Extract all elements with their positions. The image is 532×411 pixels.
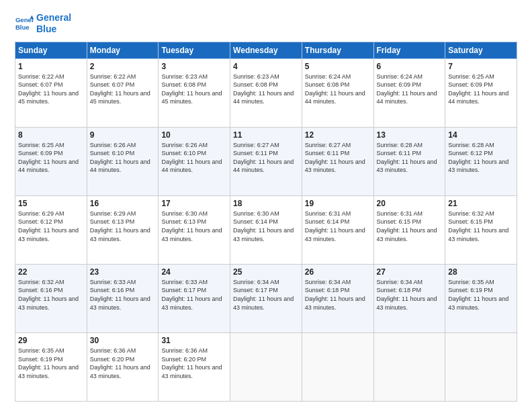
day-info: Sunrise: 6:31 AMSunset: 6:14 PMDaylight:… [305, 210, 371, 243]
day-number: 30 [90, 336, 156, 345]
calendar-day-cell: 7Sunrise: 6:25 AMSunset: 6:09 PMDaylight… [445, 58, 517, 127]
calendar-day-cell: 18Sunrise: 6:30 AMSunset: 6:14 PMDayligh… [230, 195, 302, 264]
day-number: 29 [18, 336, 84, 345]
calendar-day-cell: 31Sunrise: 6:36 AMSunset: 6:20 PMDayligh… [159, 332, 230, 401]
calendar-day-cell: 10Sunrise: 6:26 AMSunset: 6:10 PMDayligh… [159, 127, 230, 195]
day-number: 23 [90, 267, 156, 277]
day-number: 22 [18, 267, 84, 277]
day-info: Sunrise: 6:22 AMSunset: 6:07 PMDaylight:… [90, 73, 156, 106]
day-info: Sunrise: 6:25 AMSunset: 6:09 PMDaylight:… [448, 73, 514, 106]
calendar-day-cell: 29Sunrise: 6:35 AMSunset: 6:19 PMDayligh… [15, 332, 87, 401]
calendar-day-cell: 15Sunrise: 6:29 AMSunset: 6:12 PMDayligh… [15, 195, 87, 264]
logo: General Blue General Blue [15, 12, 71, 35]
calendar-day-cell: 30Sunrise: 6:36 AMSunset: 6:20 PMDayligh… [87, 332, 159, 401]
calendar-day-cell: 14Sunrise: 6:28 AMSunset: 6:12 PMDayligh… [445, 127, 517, 195]
day-info: Sunrise: 6:31 AMSunset: 6:15 PMDaylight:… [377, 210, 443, 243]
calendar-header-row: SundayMondayTuesdayWednesdayThursdayFrid… [15, 42, 517, 58]
day-number: 24 [161, 267, 227, 277]
calendar-day-header: Wednesday [230, 42, 302, 58]
day-number: 9 [90, 130, 156, 140]
day-info: Sunrise: 6:27 AMSunset: 6:11 PMDaylight:… [305, 141, 371, 175]
calendar-day-header: Sunday [15, 42, 87, 58]
day-number: 13 [377, 130, 443, 140]
day-info: Sunrise: 6:33 AMSunset: 6:17 PMDaylight:… [161, 278, 227, 312]
day-info: Sunrise: 6:26 AMSunset: 6:10 PMDaylight:… [90, 141, 156, 175]
calendar-day-cell: 9Sunrise: 6:26 AMSunset: 6:10 PMDaylight… [87, 127, 159, 195]
day-info: Sunrise: 6:30 AMSunset: 6:14 PMDaylight:… [233, 210, 299, 243]
calendar-day-cell: 2Sunrise: 6:22 AMSunset: 6:07 PMDaylight… [87, 58, 159, 127]
day-number: 4 [233, 62, 299, 71]
calendar-day-cell: 1Sunrise: 6:22 AMSunset: 6:07 PMDaylight… [15, 58, 87, 127]
day-info: Sunrise: 6:34 AMSunset: 6:18 PMDaylight:… [305, 278, 371, 312]
day-info: Sunrise: 6:29 AMSunset: 6:13 PMDaylight:… [90, 210, 156, 243]
calendar-day-cell: 3Sunrise: 6:23 AMSunset: 6:08 PMDaylight… [159, 58, 230, 127]
calendar-day-cell: 20Sunrise: 6:31 AMSunset: 6:15 PMDayligh… [373, 195, 445, 264]
calendar-day-cell: 4Sunrise: 6:23 AMSunset: 6:08 PMDaylight… [230, 58, 302, 127]
day-info: Sunrise: 6:35 AMSunset: 6:19 PMDaylight:… [448, 278, 514, 312]
calendar-day-header: Saturday [445, 42, 517, 58]
day-number: 15 [18, 199, 84, 208]
day-info: Sunrise: 6:24 AMSunset: 6:09 PMDaylight:… [377, 73, 443, 106]
calendar-week-row: 22Sunrise: 6:32 AMSunset: 6:16 PMDayligh… [15, 264, 517, 332]
day-info: Sunrise: 6:36 AMSunset: 6:20 PMDaylight:… [90, 347, 156, 380]
calendar-day-header: Monday [87, 42, 159, 58]
calendar-day-cell [230, 332, 302, 401]
calendar-day-cell [302, 332, 373, 401]
day-number: 10 [161, 130, 227, 140]
logo-icon: General Blue [15, 14, 34, 33]
day-number: 31 [161, 336, 227, 345]
day-info: Sunrise: 6:26 AMSunset: 6:10 PMDaylight:… [161, 141, 227, 175]
calendar-day-header: Thursday [302, 42, 373, 58]
day-info: Sunrise: 6:23 AMSunset: 6:08 PMDaylight:… [161, 73, 227, 106]
calendar-day-cell: 8Sunrise: 6:25 AMSunset: 6:09 PMDaylight… [15, 127, 87, 195]
calendar-week-row: 29Sunrise: 6:35 AMSunset: 6:19 PMDayligh… [15, 332, 517, 401]
day-number: 26 [305, 267, 371, 277]
header: General Blue General Blue [15, 12, 517, 35]
calendar-day-cell: 5Sunrise: 6:24 AMSunset: 6:08 PMDaylight… [302, 58, 373, 127]
calendar-day-cell: 26Sunrise: 6:34 AMSunset: 6:18 PMDayligh… [302, 264, 373, 332]
calendar-table: SundayMondayTuesdayWednesdayThursdayFrid… [15, 42, 517, 402]
day-info: Sunrise: 6:32 AMSunset: 6:15 PMDaylight:… [448, 210, 514, 243]
day-info: Sunrise: 6:29 AMSunset: 6:12 PMDaylight:… [18, 210, 84, 243]
calendar-day-header: Tuesday [159, 42, 230, 58]
day-number: 20 [377, 199, 443, 208]
day-info: Sunrise: 6:36 AMSunset: 6:20 PMDaylight:… [161, 347, 227, 380]
day-number: 8 [18, 130, 84, 140]
calendar-day-cell [373, 332, 445, 401]
page: General Blue General Blue SundayMondayTu… [0, 0, 532, 411]
calendar-day-cell: 12Sunrise: 6:27 AMSunset: 6:11 PMDayligh… [302, 127, 373, 195]
calendar-day-cell: 24Sunrise: 6:33 AMSunset: 6:17 PMDayligh… [159, 264, 230, 332]
day-number: 12 [305, 130, 371, 140]
calendar-day-cell: 19Sunrise: 6:31 AMSunset: 6:14 PMDayligh… [302, 195, 373, 264]
day-info: Sunrise: 6:24 AMSunset: 6:08 PMDaylight:… [305, 73, 371, 106]
day-number: 17 [161, 199, 227, 208]
day-info: Sunrise: 6:34 AMSunset: 6:17 PMDaylight:… [233, 278, 299, 312]
day-number: 21 [448, 199, 514, 208]
calendar-day-cell: 21Sunrise: 6:32 AMSunset: 6:15 PMDayligh… [445, 195, 517, 264]
calendar-day-cell: 16Sunrise: 6:29 AMSunset: 6:13 PMDayligh… [87, 195, 159, 264]
day-number: 25 [233, 267, 299, 277]
day-info: Sunrise: 6:22 AMSunset: 6:07 PMDaylight:… [18, 73, 84, 106]
day-number: 6 [377, 62, 443, 71]
day-number: 2 [90, 62, 156, 71]
day-info: Sunrise: 6:27 AMSunset: 6:11 PMDaylight:… [233, 141, 299, 175]
calendar-day-cell: 22Sunrise: 6:32 AMSunset: 6:16 PMDayligh… [15, 264, 87, 332]
day-number: 27 [377, 267, 443, 277]
day-number: 14 [448, 130, 514, 140]
day-number: 7 [448, 62, 514, 71]
calendar-week-row: 8Sunrise: 6:25 AMSunset: 6:09 PMDaylight… [15, 127, 517, 195]
calendar-day-cell: 17Sunrise: 6:30 AMSunset: 6:13 PMDayligh… [159, 195, 230, 264]
calendar-day-cell: 25Sunrise: 6:34 AMSunset: 6:17 PMDayligh… [230, 264, 302, 332]
logo-general: General [36, 12, 71, 24]
day-number: 5 [305, 62, 371, 71]
calendar-day-cell: 23Sunrise: 6:33 AMSunset: 6:16 PMDayligh… [87, 264, 159, 332]
day-number: 18 [233, 199, 299, 208]
calendar-week-row: 1Sunrise: 6:22 AMSunset: 6:07 PMDaylight… [15, 58, 517, 127]
day-info: Sunrise: 6:23 AMSunset: 6:08 PMDaylight:… [233, 73, 299, 106]
day-number: 1 [18, 62, 84, 71]
calendar-day-cell: 27Sunrise: 6:34 AMSunset: 6:18 PMDayligh… [373, 264, 445, 332]
day-number: 19 [305, 199, 371, 208]
day-info: Sunrise: 6:32 AMSunset: 6:16 PMDaylight:… [18, 278, 84, 312]
day-number: 28 [448, 267, 514, 277]
day-number: 11 [233, 130, 299, 140]
